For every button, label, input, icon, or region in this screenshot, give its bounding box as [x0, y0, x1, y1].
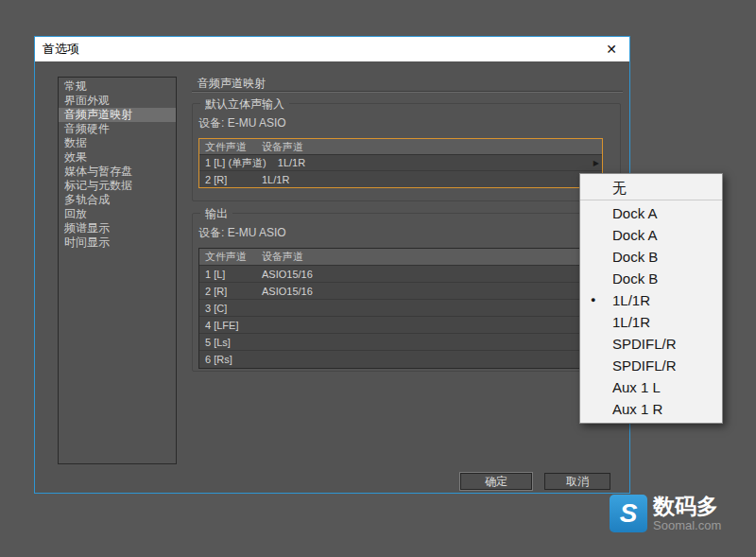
- output-device-label: 设备: E-MU ASIO: [198, 225, 620, 238]
- sidebar-item[interactable]: 数据: [59, 136, 176, 150]
- dropdown-menu-item[interactable]: ● 1L/1R: [580, 289, 722, 311]
- file-channel-cell: 3 [C]: [199, 303, 256, 314]
- dialog-titlebar[interactable]: 首选项 ✕: [35, 37, 629, 61]
- device-channel-cell: ASIO15/16: [256, 286, 318, 297]
- dropdown-menu-item[interactable]: ● 无: [580, 177, 722, 200]
- input-device-label: 设备: E-MU ASIO: [198, 115, 620, 129]
- table-row[interactable]: 4 [LFE] ▶: [199, 317, 602, 334]
- table-row[interactable]: 1 [L] ASIO15/16 ▶: [199, 266, 602, 283]
- sidebar-item[interactable]: 标记与元数据: [59, 179, 176, 193]
- dialog-title: 首选项: [43, 41, 601, 58]
- dropdown-arrow-icon[interactable]: ▶: [593, 155, 599, 170]
- dropdown-item-label: 1L/1R: [612, 314, 650, 330]
- dropdown-item-label: Aux 1 L: [612, 379, 661, 395]
- preferences-dialog: 首选项 ✕ 常规 界面外观 音频声道映射 音频硬件 数据 效果 媒体与暂存盘 标…: [34, 36, 630, 494]
- sidebar-item[interactable]: 效果: [59, 150, 176, 165]
- group-title: 输出: [200, 206, 232, 222]
- device-channel-dropdown-menu: ● 无 ● Dock A ● Dock A ● Dock B ● Dock B …: [579, 173, 723, 424]
- ok-button[interactable]: 确定: [460, 473, 532, 490]
- sidebar-item[interactable]: 频谱显示: [59, 221, 176, 235]
- dropdown-item-label: Dock B: [612, 249, 658, 265]
- table-header: 文件声道 设备声道: [199, 139, 602, 155]
- device-channel-header: 设备声道: [256, 140, 309, 154]
- dropdown-menu-item[interactable]: ● Aux 1 L: [580, 376, 722, 398]
- watermark-site: Soomal.com: [653, 518, 721, 532]
- dropdown-item-label: Dock A: [612, 227, 658, 243]
- table-header: 文件声道 设备声道: [199, 249, 602, 266]
- dropdown-item-label: 1L/1R: [612, 292, 650, 308]
- file-channel-cell: 1 [L]: [199, 269, 256, 280]
- file-channel-cell: 4 [LFE]: [199, 320, 256, 331]
- group-title: 默认立体声输入: [200, 96, 289, 113]
- device-channel-cell: 1L/1R: [256, 174, 295, 185]
- file-channel-header: 文件声道: [199, 250, 256, 264]
- table-row[interactable]: 6 [Rs] ▶: [199, 351, 602, 368]
- page-title: 音频声道映射: [198, 76, 266, 92]
- device-channel-header: 设备声道: [256, 250, 309, 264]
- dropdown-item-label: Dock B: [612, 270, 658, 287]
- file-channel-cell: 2 [R]: [199, 174, 256, 185]
- dropdown-menu-item[interactable]: ● Aux 1 R: [580, 398, 722, 420]
- table-row[interactable]: 2 [R] ASIO15/16 ▶: [199, 283, 602, 300]
- file-channel-cell: 5 [Ls]: [199, 337, 256, 348]
- sidebar-item[interactable]: 媒体与暂存盘: [59, 165, 176, 179]
- dropdown-menu-item[interactable]: ● Dock B: [580, 268, 722, 289]
- cancel-button[interactable]: 取消: [544, 473, 610, 490]
- dropdown-menu-item[interactable]: ● Dock A: [580, 202, 722, 224]
- soomal-watermark: S 数码多 Soomal.com: [610, 495, 721, 532]
- title-separator: [192, 91, 623, 92]
- dropdown-menu-item[interactable]: ● SPDIFL/R: [580, 355, 722, 376]
- dropdown-item-label: SPDIFL/R: [612, 336, 677, 352]
- preferences-category-list: 常规 界面外观 音频声道映射 音频硬件 数据 效果 媒体与暂存盘 标记与元数据 …: [58, 77, 177, 464]
- sidebar-item[interactable]: 回放: [59, 207, 176, 221]
- dropdown-item-label: SPDIFL/R: [612, 357, 677, 374]
- sidebar-item[interactable]: 界面外观: [59, 94, 176, 108]
- table-row[interactable]: 3 [C] ▶: [199, 300, 602, 317]
- device-channel-cell: 1L/1R: [272, 157, 311, 168]
- watermark-brand: 数码多: [653, 495, 721, 518]
- table-row[interactable]: 5 [Ls] ▶: [199, 334, 602, 351]
- dropdown-menu-item[interactable]: ● Dock A: [580, 224, 722, 246]
- soomal-logo-icon: S: [610, 495, 647, 532]
- selected-bullet-icon: ●: [591, 289, 595, 311]
- table-body: 1 [L] ASIO15/16 ▶ 2 [R] ASIO15/16 ▶ 3 [C…: [199, 266, 602, 368]
- default-stereo-input-group: 默认立体声输入 设备: E-MU ASIO 文件声道 设备声道 1 [L] (单…: [192, 103, 621, 201]
- dropdown-menu-item[interactable]: ● Dock B: [580, 246, 722, 268]
- table-body: 1 [L] (单声道) 1L/1R ▶ 2 [R] 1L/1R ▶: [199, 155, 602, 187]
- table-row[interactable]: 1 [L] (单声道) 1L/1R ▶: [199, 155, 602, 171]
- dropdown-menu-item[interactable]: ● 1L/1R: [580, 311, 722, 333]
- sidebar-item[interactable]: 音频声道映射: [59, 108, 176, 122]
- dropdown-menu-item[interactable]: ● SPDIFL/R: [580, 333, 722, 355]
- output-mapping-table: 文件声道 设备声道 1 [L] ASIO15/16 ▶ 2 [R]: [198, 248, 603, 369]
- input-mapping-table: 文件声道 设备声道 1 [L] (单声道) 1L/1R ▶ 2 [R]: [198, 138, 603, 188]
- device-channel-cell: ASIO15/16: [256, 269, 318, 280]
- file-channel-cell: 1 [L] (单声道): [199, 156, 272, 170]
- table-row[interactable]: 2 [R] 1L/1R ▶: [199, 171, 602, 187]
- file-channel-cell: 2 [R]: [199, 286, 256, 297]
- dropdown-item-label: Dock A: [612, 205, 658, 221]
- sidebar-item[interactable]: 多轨合成: [59, 193, 176, 207]
- sidebar-item[interactable]: 时间显示: [59, 235, 176, 250]
- dropdown-item-label: Aux 1 R: [612, 401, 662, 417]
- file-channel-cell: 6 [Rs]: [199, 354, 256, 365]
- dropdown-item-label: 无: [612, 180, 627, 196]
- output-group: 输出 设备: E-MU ASIO 文件声道 设备声道 1 [L] ASIO15/…: [192, 213, 621, 372]
- sidebar-item[interactable]: 音频硬件: [59, 122, 176, 136]
- file-channel-header: 文件声道: [199, 140, 256, 154]
- close-icon[interactable]: ✕: [601, 37, 622, 61]
- sidebar-item[interactable]: 常规: [59, 79, 176, 94]
